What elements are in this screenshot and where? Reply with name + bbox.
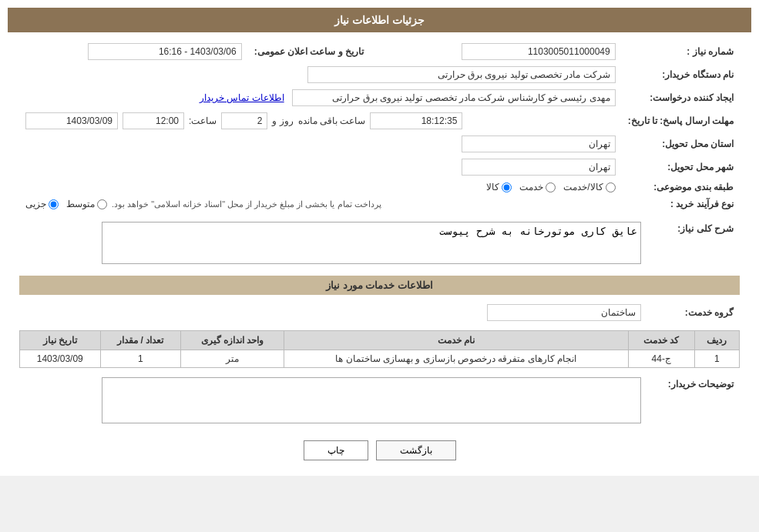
page-title: جزئیات اطلاعات نیاز (8, 8, 751, 32)
table-row: 1 ج-44 انجام کارهای متفرقه درخصوص بازساز… (20, 350, 740, 368)
purchase-option-minor[interactable]: جزیی (25, 199, 59, 209)
request-number-label: شماره نیاز : (622, 40, 740, 63)
province-value: تهران (462, 136, 616, 152)
purchase-type-label: نوع فرآیند خرید : (622, 196, 740, 212)
category-option-service[interactable]: خدمت (519, 182, 556, 192)
category-label: طبقه بندی موضوعی: (622, 179, 740, 196)
category-option-goods-services[interactable]: کالا/خدمت (563, 182, 615, 192)
back-button[interactable]: بازگشت (376, 440, 456, 460)
response-remaining-label: ساعت باقی مانده (298, 115, 366, 126)
response-days-value: 2 (221, 112, 267, 129)
buyer-notes-label: توضیحات خریدار: (647, 374, 740, 429)
cell-code: ج-44 (628, 350, 694, 368)
category-radio-goods-services[interactable] (606, 182, 616, 192)
col-header-date: تاریخ نیاز (20, 331, 101, 350)
cell-row: 1 (694, 350, 739, 368)
contact-link[interactable]: اطلاعات تماس خریدار (200, 92, 284, 103)
purchase-radio-medium[interactable] (97, 199, 107, 209)
col-header-name: نام خدمت (284, 331, 628, 350)
org-name-value: شرکت مادر تخصصی تولید نیروی برق حرارتی (307, 66, 616, 83)
date-value: 1403/03/06 - 16:16 (88, 43, 242, 60)
creator-value: مهدی رئیسی خو کارشناس شرکت مادر تخصصی تو… (292, 89, 616, 106)
response-remaining-value: 18:12:35 (370, 112, 462, 129)
request-number-value: 1103005011000049 (462, 43, 616, 60)
org-name-label: نام دستگاه خریدار: (622, 63, 740, 86)
services-section-title: اطلاعات خدمات مورد نیاز (19, 276, 740, 295)
category-label-service: خدمت (519, 182, 543, 192)
response-date-value: 1403/03/09 (25, 112, 118, 129)
province-label: استان محل تحویل: (622, 132, 740, 156)
purchase-radio-minor[interactable] (49, 199, 59, 209)
date-label: تاریخ و ساعت اعلان عمومی: (248, 40, 370, 63)
category-option-goods[interactable]: کالا (486, 182, 512, 192)
purchase-label-minor: جزیی (25, 199, 46, 209)
creator-label: ایجاد کننده درخواست: (622, 86, 740, 109)
category-label-goods: کالا (486, 182, 499, 192)
response-deadline-label: مهلت ارسال پاسخ: تا تاریخ: (622, 109, 740, 132)
general-desc-textarea[interactable] (102, 222, 641, 264)
purchase-option-medium[interactable]: متوسط (66, 199, 107, 209)
service-group-value: ساختمان (487, 304, 641, 321)
service-group-label: گروه خدمت: (647, 301, 740, 324)
col-header-code: کد خدمت (628, 331, 694, 350)
cell-quantity: 1 (100, 350, 180, 368)
cell-date: 1403/03/09 (20, 350, 101, 368)
print-button[interactable]: چاپ (304, 440, 368, 460)
purchase-note: پرداخت تمام یا بخشی از مبلغ خریدار از مح… (112, 199, 381, 209)
general-desc-label: شرح کلی نیاز: (647, 219, 740, 269)
cell-name: انجام کارهای متفرقه درخصوص بازسازی و بهس… (284, 350, 628, 368)
response-time-label: ساعت: (189, 115, 217, 126)
col-header-unit: واحد اندازه گیری (180, 331, 284, 350)
response-time-value: 12:00 (123, 112, 184, 129)
cell-unit: متر (180, 350, 284, 368)
city-value: تهران (462, 159, 616, 176)
city-label: شهر محل تحویل: (622, 156, 740, 179)
buyer-notes-textarea[interactable] (102, 377, 641, 423)
purchase-label-medium: متوسط (66, 199, 95, 209)
col-header-quantity: تعداد / مقدار (100, 331, 180, 350)
category-radio-service[interactable] (546, 182, 556, 192)
response-days-label: روز و (272, 115, 293, 126)
category-label-goods-services: کالا/خدمت (563, 182, 603, 192)
category-radio-goods[interactable] (502, 182, 512, 192)
col-header-row: ردیف (694, 331, 739, 350)
